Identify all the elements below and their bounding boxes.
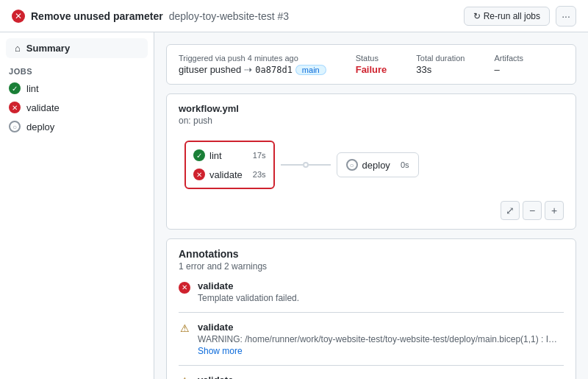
- connector-dot: [303, 162, 309, 168]
- header-right: ↻ Re-run all jobs ···: [464, 6, 576, 26]
- annotation-item-1: ⚠ validate WARNING: /home/runner/work/to…: [179, 322, 564, 366]
- annotation-job-2: validate: [198, 375, 558, 379]
- branch-badge: main: [295, 65, 326, 75]
- flow-validate-icon: ✕: [193, 169, 205, 180]
- flow-validate-time: 23s: [247, 170, 266, 179]
- lint-status-icon: ✓: [9, 82, 21, 94]
- connector-line-left: [281, 164, 303, 166]
- annotations-subtitle: 1 error and 2 warnings: [179, 261, 564, 272]
- flow-diagram: ✓ lint 17s ✕ validate 23s: [179, 135, 564, 195]
- validate-status-icon: ✕: [9, 102, 21, 113]
- status-value: Failure: [356, 64, 387, 75]
- zoom-in-icon: +: [551, 205, 557, 216]
- trigger-value: gituser pushed ⇢ 0a878d1 main: [179, 64, 326, 75]
- annotation-body-2: validate ERROR: ***"error":***"code":"In…: [198, 375, 558, 379]
- sidebar-jobs-section: Jobs: [0, 61, 154, 79]
- sidebar: ⌂ Summary Jobs ✓ lint ✕ validate ○ deplo…: [0, 32, 154, 379]
- header-title: Remove unused parameter deploy-toy-websi…: [31, 10, 289, 22]
- warning-icon-2: ⚠: [179, 375, 190, 379]
- connector-line-right: [309, 164, 331, 166]
- layout: ⌂ Summary Jobs ✓ lint ✕ validate ○ deplo…: [0, 32, 588, 379]
- sidebar-summary-item[interactable]: ⌂ Summary: [6, 38, 148, 58]
- meta-artifacts: Artifacts –: [494, 54, 523, 75]
- annotation-body-0: validate Template validation failed.: [198, 280, 299, 303]
- lint-label: lint: [26, 83, 39, 94]
- meta-bar: Triggered via push 4 minutes ago gituser…: [166, 44, 576, 85]
- run-status-icon: ✕: [12, 10, 25, 23]
- flow-job-validate: ✕ validate 23s: [193, 167, 266, 182]
- annotations-card: Annotations 1 error and 2 warnings ✕ val…: [166, 238, 576, 379]
- annotation-item-0: ✕ validate Template validation failed.: [179, 280, 564, 313]
- more-icon: ···: [562, 10, 570, 22]
- rerun-icon: ↻: [473, 11, 481, 21]
- sidebar-item-lint[interactable]: ✓ lint: [0, 79, 154, 98]
- workflow-card: workflow.yml on: push ✓ lint 17s ✕ valid…: [166, 93, 576, 230]
- duration-label: Total duration: [416, 54, 465, 63]
- flow-jobs-group: ✓ lint 17s ✕ validate 23s: [184, 141, 275, 189]
- artifacts-value: –: [494, 64, 523, 75]
- flow-lint-name: lint: [209, 150, 222, 161]
- sidebar-item-validate[interactable]: ✕ validate: [0, 98, 154, 117]
- run-title: Remove unused parameter: [31, 10, 163, 22]
- workflow-filename: workflow.yml: [179, 103, 564, 114]
- sidebar-jobs-label: Jobs: [9, 67, 32, 76]
- flow-deploy-time: 0s: [401, 160, 409, 169]
- trigger-label: Triggered via push 4 minutes ago: [179, 54, 326, 63]
- flow-deploy-icon: ○: [346, 159, 358, 171]
- zoom-out-icon: −: [529, 205, 535, 216]
- deploy-status-icon: ○: [9, 121, 21, 132]
- error-icon: ✕: [179, 282, 190, 294]
- meta-status: Status Failure: [356, 54, 387, 75]
- zoom-out-button[interactable]: −: [523, 201, 542, 220]
- meta-duration: Total duration 33s: [416, 54, 465, 75]
- flow-connector: [275, 162, 337, 168]
- annotation-message-0: Template validation failed.: [198, 293, 299, 303]
- annotations-title: Annotations: [179, 248, 564, 260]
- zoom-in-button[interactable]: +: [545, 201, 564, 220]
- fullscreen-icon: ⤢: [506, 205, 514, 216]
- show-more-1[interactable]: Show more: [198, 346, 558, 356]
- meta-trigger: Triggered via push 4 minutes ago gituser…: [179, 54, 326, 75]
- header-left: ✕ Remove unused parameter deploy-toy-web…: [12, 10, 289, 23]
- fullscreen-button[interactable]: ⤢: [501, 201, 520, 220]
- flow-validate-name: validate: [209, 169, 243, 180]
- rerun-all-jobs-button[interactable]: ↻ Re-run all jobs: [464, 7, 550, 26]
- main-content: Triggered via push 4 minutes ago gituser…: [154, 32, 588, 379]
- annotation-error-icon: ✕: [179, 281, 190, 303]
- commit-hash: 0a878d1: [255, 65, 293, 75]
- validate-label: validate: [26, 102, 60, 113]
- more-options-button[interactable]: ···: [556, 6, 576, 26]
- sidebar-summary-label: Summary: [26, 43, 70, 54]
- flow-job-lint: ✓ lint 17s: [193, 148, 266, 163]
- flow-lint-icon: ✓: [193, 149, 205, 161]
- annotation-item-2: ⚠ validate ERROR: ***"error":***"code":"…: [179, 375, 564, 379]
- warning-icon-1: ⚠: [179, 322, 190, 334]
- flow-node-deploy: ○ deploy 0s: [337, 152, 419, 177]
- annotation-warning-icon-2: ⚠: [179, 375, 190, 379]
- annotation-job-1: validate: [198, 322, 558, 333]
- annotation-message-1: WARNING: /home/runner/work/toy-website-t…: [198, 334, 558, 344]
- flow-lint-time: 17s: [247, 151, 266, 160]
- annotation-warning-icon-1: ⚠: [179, 322, 190, 356]
- run-number: #3: [277, 10, 289, 22]
- status-label: Status: [356, 54, 387, 63]
- arrow-icon: ⇢: [244, 64, 252, 75]
- flow-deploy-name: deploy: [362, 160, 390, 171]
- repo-name: deploy-toy-website-test: [169, 10, 275, 22]
- sidebar-item-deploy[interactable]: ○ deploy: [0, 117, 154, 136]
- annotation-body-1: validate WARNING: /home/runner/work/toy-…: [198, 322, 558, 356]
- duration-value: 33s: [416, 64, 465, 75]
- home-icon: ⌂: [15, 43, 21, 54]
- actor-name: gituser pushed: [179, 64, 241, 75]
- rerun-label: Re-run all jobs: [484, 11, 540, 21]
- annotation-job-0: validate: [198, 280, 299, 291]
- zoom-controls: ⤢ − +: [179, 201, 564, 220]
- header: ✕ Remove unused parameter deploy-toy-web…: [0, 0, 588, 32]
- deploy-label: deploy: [26, 121, 54, 132]
- artifacts-label: Artifacts: [494, 54, 523, 63]
- workflow-trigger: on: push: [179, 116, 564, 126]
